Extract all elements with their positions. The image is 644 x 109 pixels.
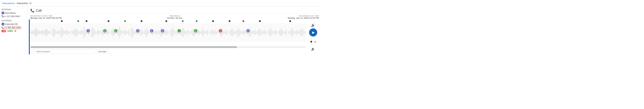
svg-rect-197: [229, 31, 229, 34]
waveform-annotation[interactable]: A: [218, 29, 222, 33]
svg-rect-31: [56, 31, 56, 34]
svg-rect-138: [166, 30, 166, 35]
scrollbar-thumb[interactable]: [30, 46, 237, 48]
breadcrumb-bar: Interactions / Interaction ⧉: [0, 0, 322, 7]
svg-rect-203: [235, 31, 235, 34]
svg-rect-207: [239, 29, 239, 36]
recording-start-block: RECORDING START TIME Monday, July 13, 20…: [30, 15, 62, 19]
svg-rect-7: [35, 29, 36, 36]
svg-rect-202: [234, 31, 234, 34]
svg-rect-221: [254, 31, 254, 34]
external-phone: +1 905-968-3336: [4, 26, 21, 29]
svg-rect-25: [50, 31, 50, 34]
external-contact: U Unionville ON: [2, 23, 26, 26]
svg-rect-98: [125, 30, 125, 35]
svg-rect-13: [40, 31, 40, 34]
timeline-dot: [228, 20, 230, 22]
svg-rect-236: [269, 29, 270, 36]
svg-rect-205: [237, 30, 237, 35]
svg-rect-99: [126, 31, 126, 34]
svg-rect-169: [199, 30, 199, 35]
annotation-text-input[interactable]: [36, 50, 93, 53]
waveform-annotation[interactable]: ✓: [177, 29, 181, 33]
svg-rect-131: [159, 30, 160, 35]
svg-rect-28: [53, 28, 54, 37]
svg-rect-70: [96, 31, 97, 34]
annotation-input-wrapper[interactable]: ✏: [32, 49, 95, 54]
svg-rect-72: [98, 30, 99, 35]
annotate-button[interactable]: Annotate: [96, 50, 109, 54]
speed-control-row: x1: [310, 38, 316, 46]
svg-rect-213: [245, 31, 245, 34]
svg-rect-76: [102, 29, 103, 36]
svg-rect-251: [285, 31, 286, 34]
svg-rect-29: [54, 29, 54, 36]
svg-rect-68: [94, 30, 95, 35]
info-icon[interactable]: ℹ: [20, 15, 21, 17]
timeline-dot: [165, 20, 167, 22]
svg-rect-257: [292, 28, 292, 37]
svg-rect-139: [167, 31, 168, 34]
play-button[interactable]: [309, 28, 317, 37]
svg-rect-270: [305, 31, 305, 34]
left-progress-bar: [29, 20, 30, 55]
waveform-annotation[interactable]: A: [150, 29, 154, 33]
svg-rect-18: [44, 31, 44, 34]
waveform-annotation[interactable]: A: [246, 29, 250, 33]
svg-rect-129: [158, 31, 158, 34]
agent-name: Root Admin: [5, 12, 16, 14]
recording-progress-block: PROGRESS 0m 00s / 3m 01s: [167, 15, 182, 19]
svg-rect-196: [227, 31, 228, 34]
svg-rect-117: [144, 31, 145, 34]
svg-rect-160: [190, 31, 190, 34]
svg-rect-93: [120, 28, 120, 37]
waveform-main[interactable]: AAAAAA✓AAA ✏ Annotate: [30, 20, 306, 55]
volume-low-icon[interactable]: 🔉: [311, 47, 315, 51]
svg-rect-209: [241, 31, 241, 34]
waveform-svg-area[interactable]: AAAAAA✓AAA: [30, 23, 306, 46]
agent-avatar: R: [2, 12, 4, 15]
svg-rect-171: [200, 31, 201, 34]
svg-rect-268: [303, 30, 303, 35]
svg-rect-262: [297, 30, 297, 35]
volume-high-icon[interactable]: 🔊: [311, 23, 315, 27]
svg-rect-232: [264, 30, 265, 35]
svg-rect-82: [108, 31, 108, 34]
recording-progress-value: 0m 00s / 3m 01s: [167, 17, 182, 19]
svg-rect-9: [37, 30, 37, 35]
svg-rect-66: [92, 27, 93, 38]
svg-rect-118: [146, 30, 146, 35]
svg-rect-22: [47, 30, 47, 35]
svg-rect-175: [204, 31, 205, 34]
svg-rect-241: [274, 31, 275, 34]
svg-rect-17: [43, 31, 44, 34]
content-area: 📞 Call RECORDING START TIME Monday, July…: [27, 7, 322, 55]
svg-rect-142: [171, 29, 172, 36]
svg-rect-74: [100, 31, 100, 34]
right-controls: 🔊 x1 🔉: [306, 20, 320, 55]
breadcrumb-current: Interaction: [17, 2, 28, 5]
svg-rect-237: [270, 28, 271, 37]
svg-rect-244: [278, 31, 278, 34]
svg-rect-52: [78, 30, 78, 35]
svg-rect-105: [133, 29, 133, 36]
svg-rect-86: [113, 28, 114, 37]
svg-rect-177: [206, 31, 207, 34]
svg-rect-266: [301, 29, 301, 36]
copy-icon[interactable]: ⧉: [30, 2, 32, 5]
svg-rect-26: [50, 31, 50, 34]
svg-rect-15: [42, 31, 42, 34]
svg-rect-10: [38, 31, 38, 34]
svg-rect-206: [238, 27, 238, 38]
waveform-annotation[interactable]: A: [194, 29, 198, 33]
svg-rect-220: [253, 31, 253, 34]
waveform-scrollbar[interactable]: [30, 46, 306, 48]
svg-rect-170: [200, 31, 200, 34]
svg-rect-91: [118, 30, 118, 35]
svg-rect-154: [183, 28, 183, 37]
speed-slider[interactable]: [310, 38, 312, 46]
svg-rect-114: [142, 30, 142, 35]
breadcrumb-interactions[interactable]: Interactions: [2, 2, 14, 5]
waveform-annotation[interactable]: A: [103, 29, 107, 33]
svg-rect-51: [77, 29, 77, 36]
